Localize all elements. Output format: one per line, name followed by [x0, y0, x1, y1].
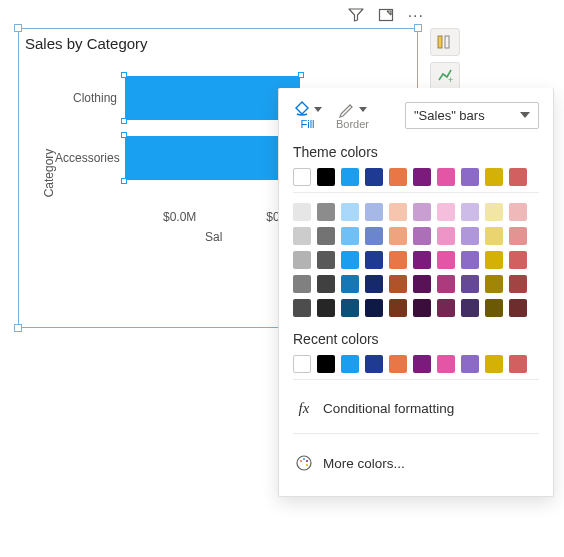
- color-swatch[interactable]: [437, 203, 455, 221]
- color-swatch[interactable]: [365, 299, 383, 317]
- color-swatch[interactable]: [341, 251, 359, 269]
- more-colors-button[interactable]: More colors...: [293, 444, 539, 482]
- filter-icon[interactable]: [348, 7, 364, 26]
- color-swatch[interactable]: [485, 275, 503, 293]
- color-swatch[interactable]: [509, 299, 527, 317]
- color-swatch[interactable]: [437, 168, 455, 186]
- color-swatch[interactable]: [341, 299, 359, 317]
- resize-handle-tr[interactable]: [414, 24, 422, 32]
- visual-action-column: +: [430, 28, 460, 90]
- color-swatch[interactable]: [293, 251, 311, 269]
- fx-icon: fx: [295, 400, 313, 417]
- border-tab[interactable]: Border: [336, 100, 369, 130]
- svg-text:+: +: [448, 75, 453, 85]
- color-swatch[interactable]: [485, 299, 503, 317]
- color-swatch[interactable]: [341, 168, 359, 186]
- color-swatch[interactable]: [413, 251, 431, 269]
- color-swatch[interactable]: [461, 168, 479, 186]
- color-swatch[interactable]: [485, 227, 503, 245]
- color-picker-popover: Fill Border "Sales" bars Theme colors Re…: [278, 88, 554, 497]
- svg-point-7: [306, 460, 308, 462]
- color-swatch[interactable]: [317, 299, 335, 317]
- more-options-icon[interactable]: ···: [408, 8, 424, 24]
- color-swatch[interactable]: [413, 275, 431, 293]
- color-swatch[interactable]: [293, 227, 311, 245]
- color-swatch[interactable]: [317, 227, 335, 245]
- color-swatch[interactable]: [365, 251, 383, 269]
- color-swatch[interactable]: [293, 355, 311, 373]
- color-swatch[interactable]: [341, 227, 359, 245]
- shade-rows: [293, 203, 539, 317]
- color-swatch[interactable]: [293, 275, 311, 293]
- visual-toolbar: ···: [0, 4, 434, 28]
- color-swatch[interactable]: [413, 299, 431, 317]
- color-swatch[interactable]: [509, 227, 527, 245]
- bar-accessories[interactable]: [125, 136, 288, 180]
- color-swatch[interactable]: [413, 355, 431, 373]
- color-swatch[interactable]: [461, 227, 479, 245]
- color-swatch[interactable]: [437, 355, 455, 373]
- y-axis-label: Category: [42, 149, 56, 198]
- resize-handle-tl[interactable]: [14, 24, 22, 32]
- color-swatch[interactable]: [509, 251, 527, 269]
- color-swatch[interactable]: [365, 275, 383, 293]
- color-swatch[interactable]: [389, 168, 407, 186]
- color-swatch[interactable]: [509, 203, 527, 221]
- color-swatch[interactable]: [389, 275, 407, 293]
- color-swatch[interactable]: [437, 251, 455, 269]
- fill-tab-label: Fill: [300, 118, 314, 130]
- color-swatch[interactable]: [317, 251, 335, 269]
- color-swatch[interactable]: [461, 299, 479, 317]
- format-visual-button[interactable]: [430, 28, 460, 56]
- focus-mode-icon[interactable]: [378, 7, 394, 26]
- category-label: Clothing: [55, 91, 125, 105]
- color-swatch[interactable]: [413, 203, 431, 221]
- color-swatch[interactable]: [485, 203, 503, 221]
- color-swatch[interactable]: [389, 355, 407, 373]
- color-swatch[interactable]: [365, 168, 383, 186]
- conditional-formatting-button[interactable]: fx Conditional formatting: [293, 390, 539, 427]
- analytics-button[interactable]: +: [430, 62, 460, 90]
- svg-point-6: [303, 458, 305, 460]
- color-swatch[interactable]: [413, 227, 431, 245]
- chart-title: Sales by Category: [19, 29, 417, 54]
- color-swatch[interactable]: [461, 275, 479, 293]
- color-swatch[interactable]: [485, 355, 503, 373]
- bar-clothing[interactable]: [125, 76, 300, 120]
- conditional-label: Conditional formatting: [323, 401, 454, 416]
- color-swatch[interactable]: [509, 168, 527, 186]
- color-swatch[interactable]: [293, 168, 311, 186]
- color-swatch[interactable]: [413, 168, 431, 186]
- color-swatch[interactable]: [485, 168, 503, 186]
- color-swatch[interactable]: [317, 275, 335, 293]
- color-swatch[interactable]: [317, 203, 335, 221]
- color-swatch[interactable]: [365, 355, 383, 373]
- color-swatch[interactable]: [341, 355, 359, 373]
- color-swatch[interactable]: [293, 299, 311, 317]
- color-swatch[interactable]: [365, 227, 383, 245]
- color-swatch[interactable]: [317, 168, 335, 186]
- color-swatch[interactable]: [509, 355, 527, 373]
- color-swatch[interactable]: [341, 203, 359, 221]
- fill-tab[interactable]: Fill: [293, 100, 322, 130]
- color-swatch[interactable]: [389, 299, 407, 317]
- color-swatch[interactable]: [317, 355, 335, 373]
- color-swatch[interactable]: [389, 227, 407, 245]
- color-swatch[interactable]: [461, 355, 479, 373]
- color-swatch[interactable]: [461, 203, 479, 221]
- color-swatch[interactable]: [461, 251, 479, 269]
- color-swatch[interactable]: [485, 251, 503, 269]
- theme-color-row: [293, 168, 539, 186]
- color-swatch[interactable]: [365, 203, 383, 221]
- color-swatch[interactable]: [437, 275, 455, 293]
- color-swatch[interactable]: [389, 251, 407, 269]
- recent-color-row: [293, 355, 539, 373]
- resize-handle-bl[interactable]: [14, 324, 22, 332]
- scope-dropdown[interactable]: "Sales" bars: [405, 102, 539, 129]
- color-swatch[interactable]: [293, 203, 311, 221]
- color-swatch[interactable]: [341, 275, 359, 293]
- color-swatch[interactable]: [389, 203, 407, 221]
- color-swatch[interactable]: [509, 275, 527, 293]
- color-swatch[interactable]: [437, 227, 455, 245]
- color-swatch[interactable]: [437, 299, 455, 317]
